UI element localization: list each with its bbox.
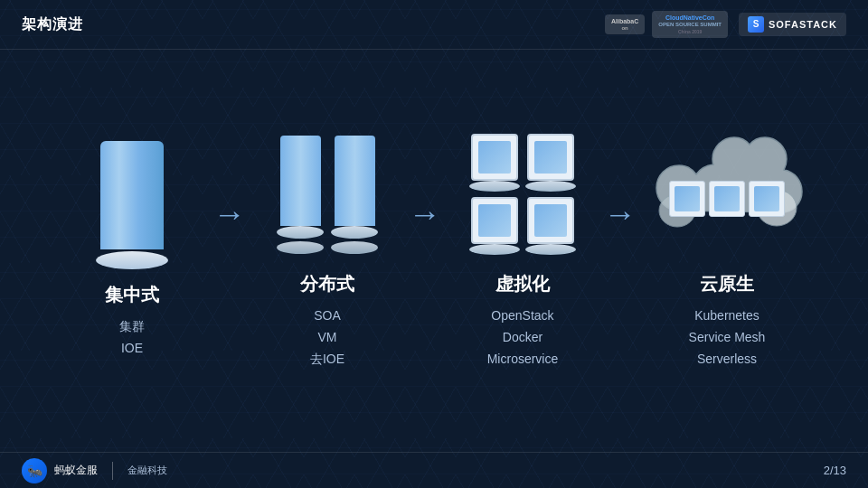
virt-unit-1	[469, 134, 520, 192]
ant-icon: 🐜	[22, 458, 47, 483]
distributed-icon	[277, 131, 378, 258]
stage-centralized: 集中式 集群 IOE	[42, 142, 222, 360]
ant-financial-logo: 🐜 蚂蚁金服 金融科技	[22, 458, 167, 483]
header: 架构演进 AlibabaC on CloudNativeCon OPEN SOU…	[0, 0, 868, 50]
virtualized-title: 虚拟化	[487, 272, 559, 296]
main-content: 集中式 集群 IOE →	[0, 50, 868, 452]
cloudnativecon-logo: CloudNativeCon OPEN SOURCE SUMMIT China …	[652, 11, 728, 37]
cloud-native-title: 云原生	[689, 272, 766, 296]
cloud-native-icon	[650, 131, 804, 258]
cloud-box-3	[749, 181, 785, 217]
centralized-icon	[96, 142, 168, 268]
footer-divider	[112, 462, 113, 480]
virt-unit-3	[469, 197, 520, 255]
stage-container: 集中式 集群 IOE →	[42, 131, 826, 370]
page-title: 架构演进	[22, 15, 83, 34]
footer: 🐜 蚂蚁金服 金融科技 2/13	[0, 452, 868, 488]
dist-unit-2	[331, 136, 378, 254]
virtualized-icon	[469, 131, 576, 258]
stage-cloud-native: 云原生 Kubernetes Service Mesh Serverless	[627, 131, 826, 370]
sofastack-icon: S	[748, 16, 764, 33]
cylinder-body	[100, 141, 164, 249]
dist-unit-1	[277, 136, 324, 254]
ant-financial-text: 蚂蚁金服	[54, 463, 98, 478]
centralized-title: 集中式	[105, 283, 159, 307]
page-number: 2/13	[824, 464, 846, 477]
cloud-box-2	[709, 181, 745, 217]
footer-subtitle: 金融科技	[127, 464, 167, 477]
cloud-boxes	[669, 181, 785, 217]
conference-logos: AlibabaC on CloudNativeCon OPEN SOURCE S…	[605, 11, 728, 37]
stage-virtualized: 虚拟化 OpenStack Docker Microservice	[432, 131, 613, 370]
cloud-native-subtitle: Kubernetes Service Mesh Serverless	[689, 305, 766, 370]
virtualized-labels: 虚拟化 OpenStack Docker Microservice	[487, 272, 559, 370]
alibabacon-logo: AlibabaC on	[605, 14, 645, 35]
centralized-labels: 集中式 集群 IOE	[105, 283, 159, 360]
sofastack-logo: S SOFASTACK	[739, 13, 846, 36]
header-logos: AlibabaC on CloudNativeCon OPEN SOURCE S…	[605, 11, 846, 37]
centralized-subtitle: 集群 IOE	[105, 316, 159, 360]
distributed-title: 分布式	[300, 272, 354, 296]
sofastack-text: SOFASTACK	[769, 19, 837, 30]
cloud-box-1	[669, 181, 705, 217]
ant-financial-name: 蚂蚁金服	[54, 463, 98, 478]
virt-unit-4	[525, 197, 576, 255]
virt-unit-2	[525, 134, 576, 192]
distributed-labels: 分布式 SOA VM 去IOE	[300, 272, 354, 370]
distributed-subtitle: SOA VM 去IOE	[300, 305, 354, 370]
virtualized-subtitle: OpenStack Docker Microservice	[487, 305, 559, 370]
stage-distributed: 分布式 SOA VM 去IOE	[237, 131, 418, 370]
cloud-native-labels: 云原生 Kubernetes Service Mesh Serverless	[689, 272, 766, 370]
cylinder-base	[96, 251, 168, 269]
